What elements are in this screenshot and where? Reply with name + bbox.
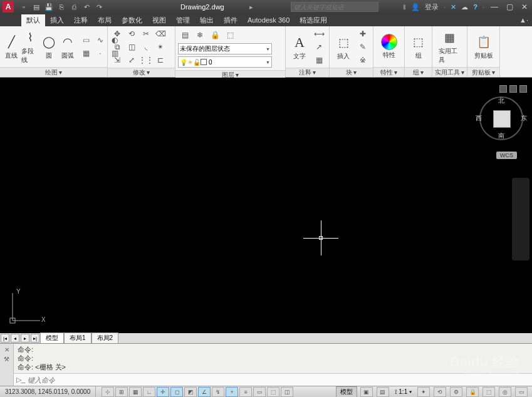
tab-plugins[interactable]: 插件 <box>219 14 243 26</box>
qat-print-icon[interactable]: ⎙ <box>69 2 79 12</box>
tab-insert[interactable]: 插入 <box>45 14 69 26</box>
explode-icon[interactable]: ✴ <box>154 41 167 53</box>
qat-redo-icon[interactable]: ↷ <box>94 2 104 12</box>
line-button[interactable]: ╱直线 <box>3 33 20 60</box>
pan-icon[interactable] <box>514 197 527 209</box>
panel-utilities-title[interactable]: 实用工具 ▾ <box>432 67 467 77</box>
tab-a360[interactable]: Autodesk 360 <box>243 15 295 25</box>
tab-layout[interactable]: 布局 <box>93 14 117 26</box>
viewport-minimize-icon[interactable] <box>499 85 507 93</box>
steering-wheel-icon[interactable] <box>514 180 527 193</box>
array-icon[interactable]: ⋮⋮ <box>139 54 153 66</box>
text-button[interactable]: A文字 <box>288 34 311 61</box>
qat-save-icon[interactable]: 💾 <box>44 2 54 12</box>
panel-block-title[interactable]: 块 ▾ <box>330 68 373 77</box>
tab-parametric[interactable]: 参数化 <box>117 14 147 26</box>
layer-lock-icon[interactable]: 🔒 <box>208 29 222 41</box>
tab-view[interactable]: 视图 <box>147 14 171 26</box>
group-button[interactable]: ⬚组 <box>407 33 429 60</box>
wcs-badge[interactable]: WCS <box>496 152 517 159</box>
qp-button[interactable]: ⬚ <box>267 387 279 397</box>
workspace-switch-icon[interactable]: ⚙ <box>450 387 462 397</box>
search-icon[interactable]: ⦀ <box>403 3 406 11</box>
anno-autoscale-icon[interactable]: ⟲ <box>434 387 446 397</box>
sc-button[interactable]: ◫ <box>281 387 293 397</box>
cmd-close-icon[interactable]: ✕ <box>4 346 9 353</box>
anno-visibility-icon[interactable]: ✦ <box>417 387 430 397</box>
create-block-icon[interactable]: ✚ <box>356 28 370 40</box>
panel-annotation-title[interactable]: 注释 ▾ <box>286 68 329 77</box>
infer-constraints-button[interactable]: ⊹ <box>102 387 114 397</box>
qat-saveas-icon[interactable]: ⎘ <box>56 2 66 12</box>
hardware-accel-icon[interactable]: ⬚ <box>482 387 495 397</box>
login-button[interactable]: 登录 <box>425 3 439 12</box>
copy-icon[interactable]: ⧉ <box>110 41 124 53</box>
clean-screen-icon[interactable]: ▭ <box>515 387 528 397</box>
dim-linear-icon[interactable]: ⟷ <box>312 28 326 40</box>
edit-block-icon[interactable]: ✎ <box>356 41 370 53</box>
panel-properties-title[interactable]: 特性 ▾ <box>373 67 404 77</box>
app-logo-icon[interactable]: A <box>3 1 14 13</box>
tab-next-button[interactable]: ▸ <box>21 334 29 343</box>
panel-modify-title[interactable]: 修改 ▾ <box>108 68 175 77</box>
anno-scale-label[interactable]: ⟟ 1:1 ▾ <box>392 388 414 396</box>
point-icon[interactable]: ∙ <box>93 47 107 59</box>
viewcube-face[interactable] <box>493 110 511 128</box>
spline-icon[interactable]: ∿ <box>93 34 107 46</box>
layer-match-icon[interactable]: ⬚ <box>223 29 237 41</box>
tab-default[interactable]: 默认 <box>21 14 45 26</box>
layer-freeze-icon[interactable]: ❄ <box>193 29 207 41</box>
move-icon[interactable]: ✥ <box>110 28 124 40</box>
layer-state-dropdown[interactable]: 未保存的图层状态▼ <box>178 43 272 54</box>
user-icon[interactable]: 👤 <box>411 3 420 11</box>
layer-props-icon[interactable]: ▤ <box>178 29 192 41</box>
dyn-button[interactable]: + <box>226 387 238 397</box>
exchange-icon[interactable]: ✕ <box>451 3 456 11</box>
model-space-button[interactable]: 模型 <box>336 386 357 398</box>
panel-groups-title[interactable]: 组 ▾ <box>405 67 432 77</box>
rotate-icon[interactable]: ⟲ <box>125 28 138 40</box>
erase-icon[interactable]: ⌫ <box>154 28 167 40</box>
quickview-drawings-icon[interactable]: ▤ <box>377 387 389 397</box>
zoom-icon[interactable] <box>514 213 527 225</box>
layout2-tab[interactable]: 布局2 <box>91 333 119 344</box>
ducs-button[interactable]: ↯ <box>212 387 224 397</box>
a360-icon[interactable]: ☁ <box>461 3 468 11</box>
attr-block-icon[interactable]: ※ <box>356 54 370 66</box>
properties-button[interactable]: 特性 <box>378 34 400 59</box>
view-cube[interactable]: 北 南 东 西 <box>479 96 523 140</box>
command-input[interactable] <box>28 376 529 384</box>
help-search-input[interactable] <box>291 2 378 12</box>
isolate-objects-icon[interactable]: ◎ <box>499 387 511 397</box>
cmd-options-icon[interactable]: ⚒ <box>4 356 9 363</box>
ribbon-collapse-icon[interactable]: ▲· <box>519 16 528 24</box>
polyline-button[interactable]: ⌇多段线 <box>21 29 39 64</box>
osnap-button[interactable]: ◻ <box>170 387 183 397</box>
snap-button[interactable]: ⊞ <box>115 387 128 397</box>
tab-annotate[interactable]: 注释 <box>69 14 93 26</box>
lwt-button[interactable]: ≡ <box>239 387 252 397</box>
layout1-tab[interactable]: 布局1 <box>64 333 91 344</box>
qat-new-icon[interactable]: ▫ <box>19 2 29 12</box>
tab-manage[interactable]: 管理 <box>171 14 195 26</box>
arc-button[interactable]: ◠圆弧 <box>59 33 76 60</box>
viewport-maximize-icon[interactable] <box>509 85 517 93</box>
stretch-icon[interactable]: ⇲ <box>110 54 124 66</box>
tab-featured[interactable]: 精选应用 <box>295 14 332 26</box>
model-tab[interactable]: 模型 <box>40 333 64 344</box>
showmotion-icon[interactable] <box>514 245 527 258</box>
qat-open-icon[interactable]: ▤ <box>31 2 41 12</box>
panel-clipboard-title[interactable]: 剪贴板 ▾ <box>467 67 499 77</box>
search-play-icon[interactable]: ▸ <box>249 3 253 11</box>
minimize-button[interactable]: — <box>489 3 499 11</box>
fillet-icon[interactable]: ◟ <box>139 41 153 53</box>
tab-prev-button[interactable]: ◂ <box>11 334 19 343</box>
ortho-button[interactable]: ∟ <box>143 387 155 397</box>
otrack-button[interactable]: ∠ <box>198 387 211 397</box>
hatch-icon[interactable]: ▦ <box>79 47 93 59</box>
rect-icon[interactable]: ▭ <box>79 34 93 46</box>
close-button[interactable]: ✕ <box>519 3 529 11</box>
utilities-button[interactable]: ▦实用工具 <box>439 29 461 64</box>
tpy-button[interactable]: ▭ <box>253 387 266 397</box>
tab-last-button[interactable]: ▸| <box>31 334 39 343</box>
